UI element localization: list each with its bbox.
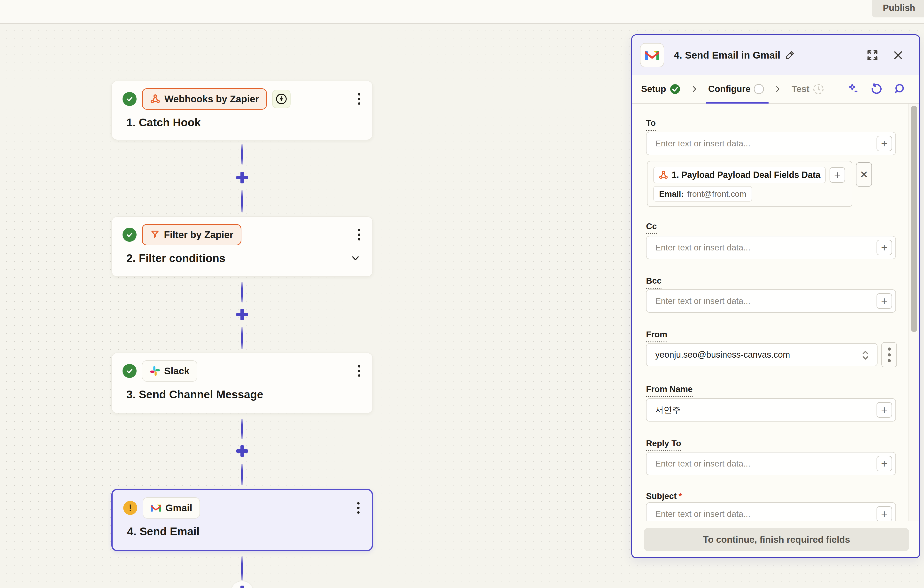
insert-data-button[interactable]: + [830,167,845,183]
webhook-icon [658,170,668,180]
connector-line [241,418,243,439]
connector-line [241,556,243,580]
connector-line [241,190,243,212]
from-select[interactable]: yeonju.seo@business-canvas.com [646,343,878,366]
chevron-down-icon[interactable] [350,253,361,264]
insert-data-button[interactable]: + [876,456,892,471]
remove-value-button[interactable]: ✕ [856,162,872,186]
connector-line [241,282,243,303]
add-step-button[interactable] [236,309,248,320]
app-name: Slack [164,366,190,377]
success-check-icon [122,364,137,378]
insert-data-button[interactable]: + [876,240,892,255]
step-card-4[interactable]: ! Gmail 4. Send Email [111,489,373,551]
step-card-1[interactable]: Webhooks by Zapier 1. Catch Hook [111,81,373,140]
filter-funnel-icon [150,230,160,240]
continue-button[interactable]: To continue, finish required fields [644,528,909,551]
tab-setup[interactable]: Setup [641,84,681,95]
step-config-panel: 4. Send Email in Gmail Setup Configure [631,35,920,558]
publish-button[interactable]: Publish [872,0,924,17]
active-tab-indicator [706,102,769,104]
instant-trigger-badge [272,90,290,108]
ai-sparkle-icon[interactable] [846,82,860,96]
webhook-icon [150,94,160,104]
from-label: From [646,329,667,343]
setup-complete-icon [670,84,681,95]
success-check-icon [122,92,137,106]
app-name: Filter by Zapier [164,229,233,240]
tab-test[interactable]: Test [792,84,824,95]
reply-to-label: Reply To [646,438,681,451]
search-icon[interactable] [893,82,906,96]
connector-line [241,464,243,486]
cc-label: Cc [646,221,657,234]
app-selector-slack[interactable]: Slack [142,360,197,382]
add-step-button[interactable] [236,586,248,588]
gmail-icon [640,43,664,67]
payload-data-chip[interactable]: 1. Payload Payload Deal Fields Data [653,167,826,183]
insert-data-button[interactable]: + [876,136,892,151]
step-title: 3. Send Channel Message [126,388,263,401]
insert-data-button[interactable]: + [876,402,892,418]
step-menu-button[interactable] [355,227,363,242]
top-bar: Publish [0,0,924,24]
success-check-icon [122,228,137,242]
subject-input[interactable] [646,502,896,521]
configure-form: To + 1. Payload Payload Deal Fields Data… [632,104,919,521]
chip-label: 1. Payload Payload Deal Fields Data [672,170,820,180]
step-title: 2. Filter conditions [126,252,225,265]
add-step-button[interactable] [236,445,248,457]
configure-pending-icon [754,84,764,94]
required-asterisk: * [678,491,682,501]
panel-title: 4. Send Email in Gmail [674,49,780,61]
app-selector-gmail[interactable]: Gmail [143,497,200,519]
step-menu-button[interactable] [355,363,363,379]
warning-icon: ! [123,501,137,515]
from-value: yeonju.seo@business-canvas.com [655,350,790,360]
select-chevrons-icon [860,349,871,361]
app-name: Webhooks by Zapier [164,94,259,105]
app-selector-filter[interactable]: Filter by Zapier [142,224,241,245]
to-mapped-value: 1. Payload Payload Deal Fields Data + Em… [647,161,852,207]
step-menu-button[interactable] [355,500,362,516]
step-card-3[interactable]: Slack 3. Send Channel Message [111,352,373,413]
close-icon[interactable] [891,48,905,63]
step-menu-button[interactable] [355,91,363,107]
insert-data-button[interactable]: + [876,506,892,521]
connector-line [241,327,243,349]
edit-pencil-icon[interactable] [785,50,795,60]
test-waiting-clock-icon [813,84,824,95]
chevron-right-icon [690,85,699,93]
subject-label: Subject* [646,491,682,501]
tab-configure[interactable]: Configure [708,84,764,94]
panel-footer: To continue, finish required fields [632,521,919,557]
resolved-email-value: Email: front@front.com [653,186,752,202]
from-name-input[interactable] [646,398,896,422]
app-name: Gmail [165,502,192,514]
gmail-icon [150,504,162,512]
step-tabs: Setup Configure Test [632,75,919,104]
insert-data-button[interactable]: + [876,293,892,309]
to-input[interactable] [646,132,896,155]
reply-to-input[interactable] [646,452,896,475]
bcc-label: Bcc [646,276,662,289]
panel-scrollbar[interactable] [909,104,919,521]
step-title: 1. Catch Hook [126,116,201,129]
from-options-menu-button[interactable] [881,342,897,367]
cc-input[interactable] [646,236,896,259]
app-selector-webhooks[interactable]: Webhooks by Zapier [142,88,267,110]
zap-editor: Publish [0,0,924,588]
expand-panel-button[interactable] [865,48,880,63]
step-card-2[interactable]: Filter by Zapier 2. Filter conditions [111,216,373,277]
slack-icon [150,366,160,376]
to-label: To [646,118,656,131]
add-step-button[interactable] [236,172,248,183]
refresh-undo-icon[interactable] [870,82,883,96]
step-title: 4. Send Email [127,525,200,538]
connector-line [241,144,243,165]
bcc-input[interactable] [646,290,896,313]
panel-header: 4. Send Email in Gmail [632,35,919,75]
from-name-label: From Name [646,384,693,397]
chevron-right-icon [774,85,782,93]
scrollbar-thumb[interactable] [911,106,917,332]
